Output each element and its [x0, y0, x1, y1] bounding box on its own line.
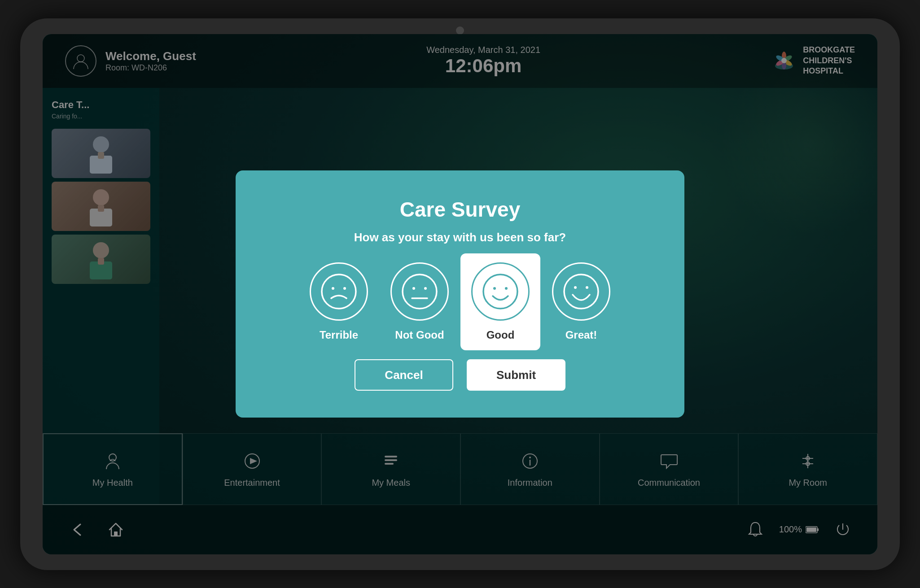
svg-point-44: [493, 287, 496, 290]
svg-point-36: [322, 274, 356, 309]
rating-not-good[interactable]: Not Good: [390, 262, 449, 341]
tablet-screen: Welcome, Guest Room: WD-N206 Wednesday, …: [43, 34, 877, 554]
not-good-face: [390, 262, 449, 321]
svg-point-43: [483, 274, 517, 309]
good-face: [471, 262, 530, 321]
modal-title: Care Survey: [400, 197, 521, 222]
rating-good[interactable]: Good: [460, 253, 540, 350]
svg-point-45: [505, 287, 508, 290]
svg-point-37: [332, 287, 334, 290]
svg-point-38: [343, 287, 346, 290]
great-label: Great!: [565, 329, 597, 341]
rating-options-group: Terrible Not Good: [310, 262, 610, 341]
modal-action-buttons: Cancel Submit: [355, 359, 565, 391]
cancel-button[interactable]: Cancel: [355, 359, 453, 391]
modal-overlay: Care Survey How as your stay with us bee…: [43, 34, 877, 554]
svg-point-39: [403, 274, 437, 309]
good-label: Good: [486, 329, 515, 341]
tablet-camera-icon: [456, 26, 464, 35]
modal-subtitle: How as your stay with us been so far?: [354, 231, 566, 244]
submit-button[interactable]: Submit: [467, 359, 565, 391]
not-good-label: Not Good: [395, 329, 444, 341]
svg-point-46: [564, 274, 598, 309]
svg-point-48: [586, 286, 588, 289]
svg-point-41: [424, 287, 427, 290]
svg-point-40: [412, 287, 415, 290]
great-face: [552, 262, 610, 321]
terrible-face: [310, 262, 368, 321]
terrible-label: Terrible: [320, 329, 358, 341]
rating-terrible[interactable]: Terrible: [310, 262, 368, 341]
svg-point-47: [574, 286, 577, 289]
tablet-device: Welcome, Guest Room: WD-N206 Wednesday, …: [20, 18, 900, 570]
care-survey-modal: Care Survey How as your stay with us bee…: [236, 170, 684, 418]
rating-great[interactable]: Great!: [552, 262, 610, 341]
